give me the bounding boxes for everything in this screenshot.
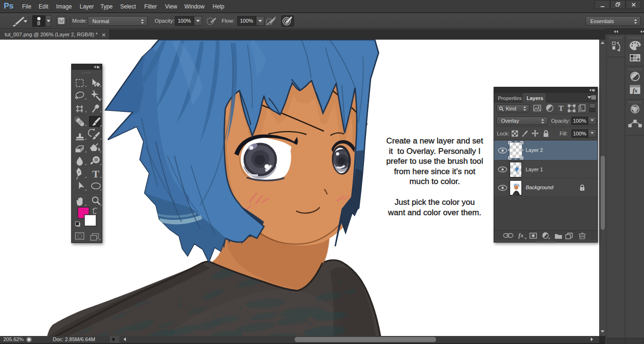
svg-text:fx: fx xyxy=(519,232,524,239)
svg-text:T: T xyxy=(92,168,99,180)
svg-text:fx: fx xyxy=(633,87,637,94)
svg-text:T: T xyxy=(558,104,564,113)
